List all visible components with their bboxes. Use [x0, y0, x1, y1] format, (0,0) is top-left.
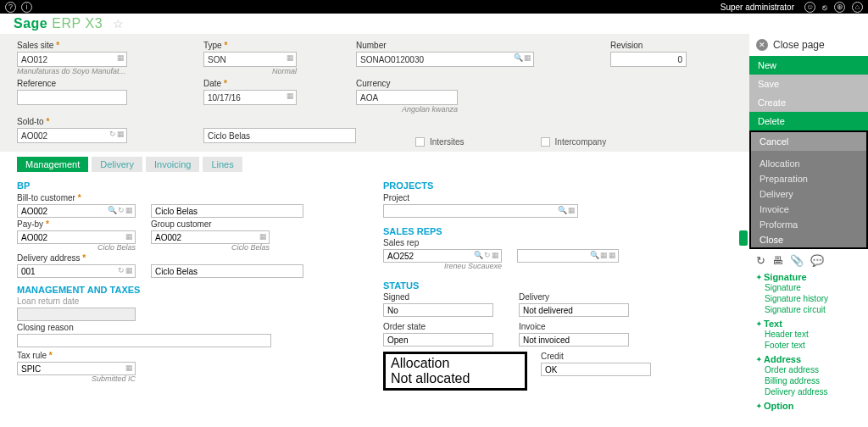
intercompany-checkbox[interactable]: [541, 137, 550, 147]
action-icon[interactable]: ↻: [118, 206, 125, 214]
dropdown-icon[interactable]: ▦: [287, 53, 294, 62]
list-icon[interactable]: ▦: [117, 130, 125, 138]
intersites-checkbox[interactable]: [415, 137, 425, 147]
tab-invoicing[interactable]: Invoicing: [146, 157, 199, 172]
date-input[interactable]: 10/17/16 ▦: [203, 90, 297, 105]
invoice-value[interactable]: Not invoiced: [519, 333, 629, 347]
close-page-row[interactable]: ✕ Close page: [749, 34, 868, 56]
user-label: Super administrator: [717, 3, 798, 12]
topbar-left: ? i: [5, 2, 32, 13]
list-icon[interactable]: ▦: [125, 206, 133, 214]
info-icon[interactable]: i: [21, 2, 32, 13]
action-icon[interactable]: ↻: [118, 266, 125, 274]
favorite-icon[interactable]: ☆: [113, 17, 124, 30]
reference-input[interactable]: [17, 90, 127, 105]
lookup-icon[interactable]: ▦: [117, 53, 125, 62]
delete-button[interactable]: Delete: [749, 112, 868, 130]
action-icon[interactable]: ↻: [484, 251, 491, 259]
type-input[interactable]: SON ▦: [203, 52, 297, 67]
header-text-link[interactable]: Header text: [756, 329, 861, 340]
text-group[interactable]: Text: [756, 319, 861, 329]
soldto-input[interactable]: AO002 ↻▦: [17, 128, 127, 143]
delivaddr-input[interactable]: 001 ↻▦: [17, 264, 136, 278]
list-icon[interactable]: ▦: [125, 232, 133, 241]
logout-icon[interactable]: ⎋: [822, 3, 827, 12]
brand-bar: Sage ERP X3 ☆: [0, 14, 868, 34]
billing-address-link[interactable]: Billing address: [756, 375, 861, 386]
signature-history-link[interactable]: Signature history: [756, 293, 861, 304]
closing-input[interactable]: [17, 334, 271, 347]
close-icon[interactable]: ✕: [756, 39, 768, 51]
globe-icon[interactable]: ⊕: [834, 2, 845, 13]
list-icon[interactable]: ▦: [492, 251, 499, 259]
salesrep-aux-input[interactable]: 🔍▦▦: [517, 249, 619, 263]
home-icon[interactable]: ⌂: [852, 2, 863, 13]
attach-icon[interactable]: 📎: [790, 254, 804, 267]
groupcust-value: AO002: [155, 233, 181, 242]
menu-invoice[interactable]: Invoice: [751, 202, 866, 217]
list-icon[interactable]: ▦: [568, 206, 576, 214]
search-icon[interactable]: 🔍: [558, 206, 567, 214]
delivery-value[interactable]: Not delivered: [519, 303, 629, 317]
action-icon[interactable]: ↻: [109, 130, 116, 138]
billto-input[interactable]: AO002 🔍↻▦: [17, 204, 136, 218]
search-icon[interactable]: 🔍: [590, 251, 599, 259]
signed-value[interactable]: No: [383, 303, 493, 317]
signature-link[interactable]: Signature: [756, 282, 861, 293]
customer-name-input[interactable]: Ciclo Belas: [203, 128, 356, 143]
list-icon[interactable]: ▦: [125, 266, 133, 274]
menu-close[interactable]: Close: [751, 232, 866, 247]
context-menu: Cancel Allocation Preparation Delivery I…: [749, 130, 868, 249]
list-icon[interactable]: ▦: [609, 251, 616, 259]
list-icon[interactable]: ▦: [125, 363, 133, 372]
tab-management[interactable]: Management: [17, 157, 88, 172]
user-icon[interactable]: ☺: [804, 2, 815, 13]
menu-proforma[interactable]: Proforma: [751, 217, 866, 232]
billto-desc-input[interactable]: Ciclo Belas: [151, 204, 303, 218]
refresh-icon[interactable]: ↻: [756, 254, 765, 267]
search-icon[interactable]: 🔍: [514, 53, 523, 62]
delivery-address-link[interactable]: Delivery address: [756, 386, 861, 397]
number-value: SONAO0120030: [360, 55, 424, 64]
menu-delivery[interactable]: Delivery: [751, 186, 866, 202]
salesrep-input[interactable]: AO252 🔍↻▦: [383, 249, 502, 263]
project-input[interactable]: 🔍▦: [383, 204, 578, 218]
new-button[interactable]: New: [749, 56, 868, 75]
payby-input[interactable]: AO002 ▦: [17, 230, 136, 244]
payby-value: AO002: [21, 233, 47, 242]
taxrule-input[interactable]: SPIC ▦: [17, 362, 136, 375]
allocation-value[interactable]: Not allocated: [391, 371, 518, 386]
orderstate-value[interactable]: Open: [383, 333, 493, 347]
menu-allocation[interactable]: Allocation: [751, 156, 866, 171]
help-icon[interactable]: ?: [5, 2, 16, 13]
groupcust-input[interactable]: AO002 ▦: [151, 230, 270, 244]
comment-icon[interactable]: 💬: [810, 254, 824, 267]
grid-icon[interactable]: ▦: [600, 251, 608, 259]
search-icon[interactable]: 🔍: [474, 251, 483, 259]
tab-delivery[interactable]: Delivery: [92, 157, 142, 172]
footer-text-link[interactable]: Footer text: [756, 340, 861, 351]
sales-site-input[interactable]: AO012 ▦: [17, 52, 127, 67]
tab-lines[interactable]: Lines: [203, 157, 242, 172]
bp-section-title: BP: [17, 180, 366, 191]
revision-input[interactable]: 0: [610, 52, 687, 67]
address-group[interactable]: Address: [756, 354, 861, 364]
delivaddr-desc-input[interactable]: Ciclo Belas: [151, 264, 303, 278]
signature-group[interactable]: Signature: [756, 272, 861, 282]
currency-input[interactable]: AOA: [356, 90, 458, 105]
invoice-label: Invoice: [519, 322, 629, 331]
print-icon[interactable]: 🖶: [772, 254, 783, 267]
search-icon[interactable]: 🔍: [108, 206, 117, 214]
billto-label: Bill-to customer: [17, 193, 136, 202]
list-icon[interactable]: ▦: [259, 232, 267, 241]
calendar-icon[interactable]: ▦: [287, 92, 294, 100]
credit-value[interactable]: OK: [541, 363, 651, 376]
signature-circuit-link[interactable]: Signature circuit: [756, 304, 861, 315]
delivaddr-label: Delivery address: [17, 253, 136, 263]
order-address-link[interactable]: Order address: [756, 364, 861, 375]
option-group[interactable]: Option: [756, 401, 861, 411]
list-icon[interactable]: ▦: [524, 53, 531, 62]
collapse-handle[interactable]: [739, 230, 748, 246]
number-input[interactable]: SONAO0120030 🔍▦: [356, 52, 534, 67]
menu-preparation[interactable]: Preparation: [751, 171, 866, 186]
